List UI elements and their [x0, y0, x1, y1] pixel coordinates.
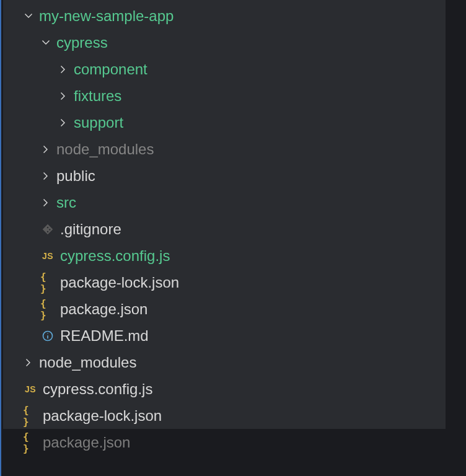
tree-label: src	[56, 194, 76, 211]
tree-folder-component[interactable]: component	[3, 56, 446, 82]
tree-folder-node-modules[interactable]: node_modules	[3, 136, 446, 162]
js-icon: JS	[40, 251, 55, 261]
svg-point-2	[47, 333, 48, 333]
tree-file-package-json-outer[interactable]: { } package.json	[3, 429, 446, 456]
tree-label: component	[74, 61, 147, 78]
chevron-right-icon	[40, 144, 51, 155]
js-icon: JS	[23, 384, 38, 394]
json-icon: { }	[23, 404, 38, 428]
file-explorer-panel: my-new-sample-app cypress component fixt…	[3, 0, 446, 429]
tree-label: package.json	[60, 301, 147, 318]
tree-label: package-lock.json	[43, 407, 162, 425]
info-icon	[40, 330, 55, 342]
tree-label: cypress.config.js	[43, 381, 152, 398]
tree-folder-src[interactable]: src	[3, 189, 446, 216]
tree-folder-node-modules-outer[interactable]: node_modules	[3, 349, 446, 376]
tree-label: my-new-sample-app	[39, 7, 174, 25]
tree-label: node_modules	[56, 141, 154, 158]
tree-file-gitignore[interactable]: .gitignore	[3, 216, 446, 242]
tree-label: cypress	[56, 34, 108, 51]
tree-label: fixtures	[74, 87, 121, 105]
tree-label: cypress.config.js	[60, 247, 170, 265]
chevron-down-icon	[23, 11, 34, 22]
chevron-down-icon	[40, 37, 51, 48]
tree-label: node_modules	[39, 354, 136, 371]
tree-label: .gitignore	[60, 221, 121, 238]
tree-label: package.json	[43, 434, 130, 451]
chevron-right-icon	[40, 197, 51, 208]
tree-label: package-lock.json	[60, 274, 179, 291]
chevron-right-icon	[58, 90, 69, 102]
chevron-right-icon	[58, 64, 69, 75]
tree-folder-cypress[interactable]: cypress	[3, 29, 446, 56]
file-explorer-below: { } package.json	[3, 429, 446, 456]
chevron-right-icon	[40, 170, 51, 182]
tree-label: public	[56, 167, 95, 185]
tree-folder-public[interactable]: public	[3, 162, 446, 189]
tree-folder-support[interactable]: support	[3, 109, 446, 136]
tree-file-package-json[interactable]: { } package.json	[3, 296, 446, 322]
git-icon	[40, 223, 55, 236]
chevron-right-icon	[23, 357, 34, 368]
chevron-right-icon	[58, 117, 69, 128]
json-icon: { }	[40, 271, 55, 294]
tree-file-readme[interactable]: README.md	[3, 322, 446, 349]
tree-label: README.md	[60, 327, 149, 345]
tree-file-package-lock-outer[interactable]: { } package-lock.json	[3, 402, 446, 429]
tree-folder-root[interactable]: my-new-sample-app	[3, 2, 446, 29]
json-icon: { }	[23, 431, 38, 454]
tree-file-cypress-config-outer[interactable]: JS cypress.config.js	[3, 376, 446, 402]
tree-file-package-lock[interactable]: { } package-lock.json	[3, 269, 446, 296]
tree-folder-fixtures[interactable]: fixtures	[3, 82, 446, 109]
json-icon: { }	[40, 298, 55, 321]
tree-label: support	[74, 114, 123, 131]
tree-file-cypress-config[interactable]: JS cypress.config.js	[3, 242, 446, 269]
